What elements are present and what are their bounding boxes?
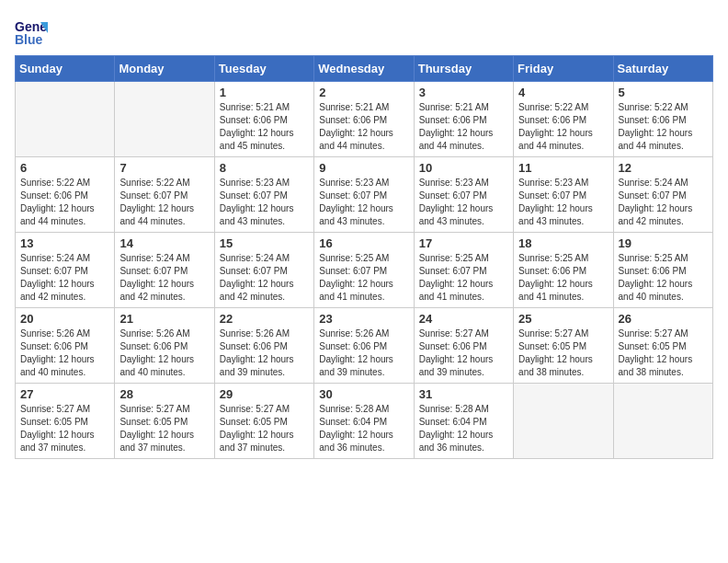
calendar-cell [16, 82, 115, 157]
calendar-cell: 28Sunrise: 5:27 AM Sunset: 6:05 PM Dayli… [115, 384, 214, 459]
day-info: Sunrise: 5:27 AM Sunset: 6:05 PM Dayligh… [619, 327, 708, 379]
day-number: 14 [119, 236, 209, 250]
day-number: 2 [319, 86, 408, 99]
svg-text:Blue: Blue [15, 32, 43, 47]
day-info: Sunrise: 5:28 AM Sunset: 6:04 PM Dayligh… [319, 403, 408, 454]
day-info: Sunrise: 5:24 AM Sunset: 6:07 PM Dayligh… [220, 252, 309, 304]
day-number: 11 [518, 161, 608, 175]
day-info: Sunrise: 5:27 AM Sunset: 6:06 PM Dayligh… [419, 327, 508, 379]
day-info: Sunrise: 5:23 AM Sunset: 6:07 PM Dayligh… [319, 177, 408, 228]
day-number: 6 [20, 161, 109, 175]
day-number: 20 [20, 312, 109, 326]
logo: General Blue [15, 15, 51, 48]
day-info: Sunrise: 5:25 AM Sunset: 6:07 PM Dayligh… [319, 252, 408, 304]
day-info: Sunrise: 5:24 AM Sunset: 6:07 PM Dayligh… [619, 177, 708, 228]
day-number: 18 [518, 236, 608, 250]
calendar-cell: 20Sunrise: 5:26 AM Sunset: 6:06 PM Dayli… [16, 308, 115, 384]
calendar-cell: 16Sunrise: 5:25 AM Sunset: 6:07 PM Dayli… [314, 233, 414, 308]
day-info: Sunrise: 5:23 AM Sunset: 6:07 PM Dayligh… [220, 177, 309, 228]
day-number: 19 [619, 236, 708, 250]
calendar-cell: 29Sunrise: 5:27 AM Sunset: 6:05 PM Dayli… [214, 384, 313, 459]
day-header-friday: Friday [514, 56, 613, 82]
calendar-cell: 12Sunrise: 5:24 AM Sunset: 6:07 PM Dayli… [613, 157, 712, 233]
calendar-cell: 22Sunrise: 5:26 AM Sunset: 6:06 PM Dayli… [214, 308, 313, 384]
calendar-cell: 5Sunrise: 5:22 AM Sunset: 6:06 PM Daylig… [613, 82, 712, 157]
day-number: 28 [119, 387, 209, 401]
calendar-cell [115, 82, 214, 157]
day-number: 13 [20, 236, 109, 250]
calendar-cell: 17Sunrise: 5:25 AM Sunset: 6:07 PM Dayli… [414, 233, 513, 308]
day-info: Sunrise: 5:25 AM Sunset: 6:06 PM Dayligh… [518, 252, 608, 304]
calendar-cell: 13Sunrise: 5:24 AM Sunset: 6:07 PM Dayli… [16, 233, 115, 308]
calendar-cell: 25Sunrise: 5:27 AM Sunset: 6:05 PM Dayli… [514, 308, 613, 384]
calendar-header-row: SundayMondayTuesdayWednesdayThursdayFrid… [16, 56, 713, 82]
day-header-sunday: Sunday [16, 56, 115, 82]
day-info: Sunrise: 5:22 AM Sunset: 6:06 PM Dayligh… [518, 101, 608, 153]
day-info: Sunrise: 5:27 AM Sunset: 6:05 PM Dayligh… [518, 327, 608, 379]
day-header-wednesday: Wednesday [314, 56, 414, 82]
day-info: Sunrise: 5:21 AM Sunset: 6:06 PM Dayligh… [220, 101, 309, 153]
calendar-cell: 4Sunrise: 5:22 AM Sunset: 6:06 PM Daylig… [514, 82, 613, 157]
day-number: 30 [319, 387, 408, 401]
day-number: 5 [619, 86, 708, 99]
day-number: 12 [619, 161, 708, 175]
day-info: Sunrise: 5:21 AM Sunset: 6:06 PM Dayligh… [419, 101, 508, 153]
day-number: 4 [518, 86, 608, 99]
calendar-cell: 18Sunrise: 5:25 AM Sunset: 6:06 PM Dayli… [514, 233, 613, 308]
calendar-cell: 1Sunrise: 5:21 AM Sunset: 6:06 PM Daylig… [214, 82, 313, 157]
day-number: 31 [419, 387, 508, 401]
day-number: 1 [220, 86, 309, 99]
day-number: 15 [220, 236, 309, 250]
calendar-cell: 7Sunrise: 5:22 AM Sunset: 6:07 PM Daylig… [115, 157, 214, 233]
day-header-tuesday: Tuesday [214, 56, 313, 82]
day-info: Sunrise: 5:24 AM Sunset: 6:07 PM Dayligh… [119, 252, 209, 304]
day-info: Sunrise: 5:26 AM Sunset: 6:06 PM Dayligh… [319, 327, 408, 379]
calendar-cell: 19Sunrise: 5:25 AM Sunset: 6:06 PM Dayli… [613, 233, 712, 308]
day-number: 9 [319, 161, 408, 175]
day-header-saturday: Saturday [613, 56, 712, 82]
day-info: Sunrise: 5:23 AM Sunset: 6:07 PM Dayligh… [518, 177, 608, 228]
day-info: Sunrise: 5:23 AM Sunset: 6:07 PM Dayligh… [419, 177, 508, 228]
calendar-cell: 15Sunrise: 5:24 AM Sunset: 6:07 PM Dayli… [214, 233, 313, 308]
day-header-monday: Monday [115, 56, 214, 82]
day-number: 3 [419, 86, 508, 99]
page-header: General Blue [15, 15, 713, 48]
day-info: Sunrise: 5:22 AM Sunset: 6:07 PM Dayligh… [119, 177, 209, 228]
day-number: 23 [319, 312, 408, 326]
calendar-cell: 3Sunrise: 5:21 AM Sunset: 6:06 PM Daylig… [414, 82, 513, 157]
calendar-week-row: 20Sunrise: 5:26 AM Sunset: 6:06 PM Dayli… [16, 308, 713, 384]
calendar-cell: 21Sunrise: 5:26 AM Sunset: 6:06 PM Dayli… [115, 308, 214, 384]
calendar-table: SundayMondayTuesdayWednesdayThursdayFrid… [15, 55, 713, 459]
day-info: Sunrise: 5:27 AM Sunset: 6:05 PM Dayligh… [220, 403, 309, 454]
day-info: Sunrise: 5:21 AM Sunset: 6:06 PM Dayligh… [319, 101, 408, 153]
calendar-week-row: 6Sunrise: 5:22 AM Sunset: 6:06 PM Daylig… [16, 157, 713, 233]
calendar-cell: 6Sunrise: 5:22 AM Sunset: 6:06 PM Daylig… [16, 157, 115, 233]
day-info: Sunrise: 5:27 AM Sunset: 6:05 PM Dayligh… [20, 403, 109, 454]
calendar-cell: 26Sunrise: 5:27 AM Sunset: 6:05 PM Dayli… [613, 308, 712, 384]
calendar-cell: 14Sunrise: 5:24 AM Sunset: 6:07 PM Dayli… [115, 233, 214, 308]
calendar-week-row: 13Sunrise: 5:24 AM Sunset: 6:07 PM Dayli… [16, 233, 713, 308]
day-number: 10 [419, 161, 508, 175]
day-number: 26 [619, 312, 708, 326]
calendar-week-row: 27Sunrise: 5:27 AM Sunset: 6:05 PM Dayli… [16, 384, 713, 459]
calendar-cell: 11Sunrise: 5:23 AM Sunset: 6:07 PM Dayli… [514, 157, 613, 233]
logo-icon: General Blue [15, 15, 48, 48]
day-number: 22 [220, 312, 309, 326]
day-header-thursday: Thursday [414, 56, 513, 82]
day-info: Sunrise: 5:22 AM Sunset: 6:06 PM Dayligh… [619, 101, 708, 153]
calendar-cell: 8Sunrise: 5:23 AM Sunset: 6:07 PM Daylig… [214, 157, 313, 233]
calendar-cell: 27Sunrise: 5:27 AM Sunset: 6:05 PM Dayli… [16, 384, 115, 459]
day-info: Sunrise: 5:26 AM Sunset: 6:06 PM Dayligh… [119, 327, 209, 379]
calendar-week-row: 1Sunrise: 5:21 AM Sunset: 6:06 PM Daylig… [16, 82, 713, 157]
day-info: Sunrise: 5:27 AM Sunset: 6:05 PM Dayligh… [119, 403, 209, 454]
day-number: 21 [119, 312, 209, 326]
day-info: Sunrise: 5:25 AM Sunset: 6:07 PM Dayligh… [419, 252, 508, 304]
day-number: 17 [419, 236, 508, 250]
calendar-cell: 23Sunrise: 5:26 AM Sunset: 6:06 PM Dayli… [314, 308, 414, 384]
day-info: Sunrise: 5:25 AM Sunset: 6:06 PM Dayligh… [619, 252, 708, 304]
day-info: Sunrise: 5:28 AM Sunset: 6:04 PM Dayligh… [419, 403, 508, 454]
day-info: Sunrise: 5:26 AM Sunset: 6:06 PM Dayligh… [20, 327, 109, 379]
calendar-cell: 31Sunrise: 5:28 AM Sunset: 6:04 PM Dayli… [414, 384, 513, 459]
calendar-cell: 30Sunrise: 5:28 AM Sunset: 6:04 PM Dayli… [314, 384, 414, 459]
calendar-cell [613, 384, 712, 459]
